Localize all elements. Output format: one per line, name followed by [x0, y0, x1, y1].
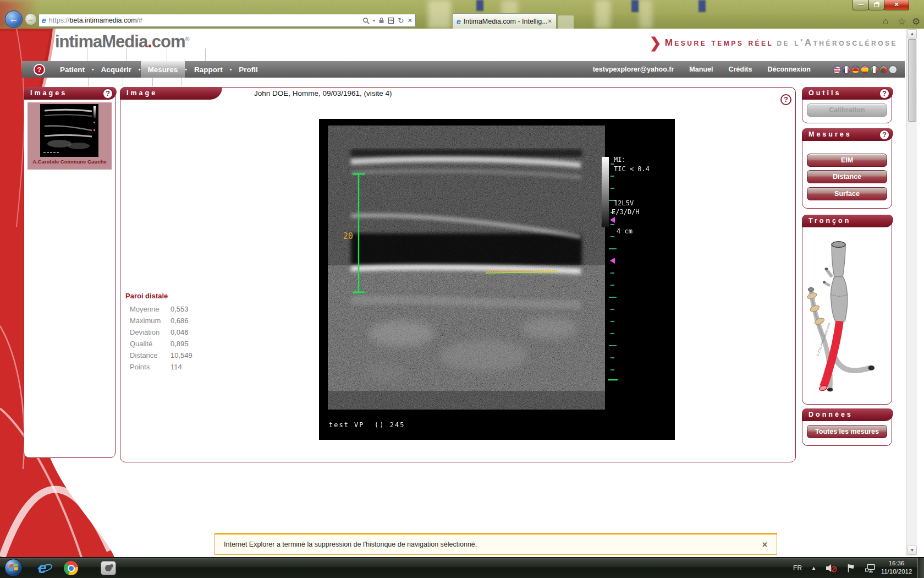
- taskbar-ie[interactable]: e: [34, 560, 51, 576]
- site-logo[interactable]: intimaMedia.com®: [55, 32, 189, 52]
- outils-help-icon[interactable]: ?: [879, 88, 890, 99]
- flag-es-icon[interactable]: [861, 66, 869, 74]
- scroll-up-button[interactable]: ▲: [908, 29, 917, 39]
- page-scrollbar[interactable]: ▲ ▼: [906, 29, 917, 556]
- artery-diagram[interactable]: © 2011 IntimaMedia.com: [805, 230, 889, 402]
- volume-muted-icon[interactable]: [826, 563, 837, 573]
- main-navbar: ? Patient • Acquérir • Mesures • Rapport…: [22, 61, 905, 78]
- nav-item-patient[interactable]: Patient: [53, 61, 92, 78]
- grayscale-bar: [602, 157, 609, 227]
- scroll-down-button[interactable]: ▼: [908, 546, 917, 555]
- toutes-les-mesures-button[interactable]: Toutes les mesures: [807, 425, 887, 438]
- taskbar-capture-app[interactable]: [100, 560, 117, 576]
- thumbnail-caption: A.Carotide Commune Gauche: [28, 159, 112, 165]
- url-text[interactable]: https://beta.intimamedia.com/#: [49, 17, 142, 24]
- account-email[interactable]: testvpexplorer@yahoo.fr: [593, 66, 674, 73]
- ruler-label: 20: [343, 231, 353, 241]
- measurement-row: Moyenne0,553: [125, 305, 193, 317]
- wallpaper-speck: [698, 0, 706, 12]
- tab-title[interactable]: IntimaMedia.com - Intellig...: [464, 18, 548, 25]
- language-flags: [833, 66, 897, 74]
- patient-info: John DOE, Homme, 09/03/1961, (visite 4): [254, 89, 392, 97]
- distance-button[interactable]: Distance: [807, 170, 887, 183]
- refresh-icon[interactable]: ↻: [398, 16, 404, 25]
- thumbnail-item[interactable]: A.Carotide Commune Gauche: [28, 102, 112, 170]
- chevron-icon: ❯: [650, 37, 662, 48]
- measurement-row: Points114: [125, 363, 193, 374]
- network-icon[interactable]: [865, 564, 877, 573]
- show-desktop-button[interactable]: [917, 558, 924, 578]
- nav-link-deconnexion[interactable]: Déconnexion: [768, 66, 811, 73]
- measurements-title: Paroi distale: [125, 292, 193, 300]
- mesures-help-icon[interactable]: ?: [879, 129, 890, 140]
- tab-favicon: e: [457, 17, 461, 26]
- page-viewport: intimaMedia.com® ❯ Mesure temps réel de …: [0, 29, 924, 557]
- new-tab-stub[interactable]: [558, 15, 574, 29]
- taskbar-clock[interactable]: 16:36 11/10/2012: [876, 559, 917, 576]
- restore-button[interactable]: [868, 0, 884, 10]
- ultrasound-image[interactable]: 20 MI: TIC < 0.4 12L5V E/3/D/H 4: [319, 119, 675, 440]
- donnees-panel-header: Données: [802, 408, 893, 421]
- probe-label: 12L5V: [614, 199, 634, 207]
- nav-item-profil[interactable]: Profil: [232, 61, 265, 78]
- restore-icon: [874, 3, 879, 7]
- wallpaper-speck: [476, 0, 483, 11]
- ultrasound-thumbnail[interactable]: [40, 104, 98, 157]
- close-button[interactable]: ✕: [884, 0, 909, 10]
- flag-de-icon[interactable]: [851, 66, 860, 74]
- nav-link-credits[interactable]: Crédits: [728, 66, 752, 73]
- tray-expand-icon[interactable]: ▲: [811, 565, 816, 571]
- mesures-panel: Mesures ? EIM Distance Surface: [802, 128, 892, 209]
- images-help-icon[interactable]: ?: [102, 88, 113, 99]
- image-help-icon[interactable]: ?: [780, 94, 791, 105]
- flag-disabled-icon: [889, 66, 897, 74]
- mode-label: E/3/D/H: [612, 208, 640, 216]
- nav-help-icon[interactable]: ?: [34, 64, 45, 75]
- troncon-panel: Tronçon: [802, 215, 892, 405]
- search-icon[interactable]: [362, 17, 370, 24]
- measurement-row: Qualité0,895: [125, 340, 193, 351]
- home-icon[interactable]: ⌂: [883, 16, 888, 27]
- forward-button[interactable]: →: [25, 13, 37, 25]
- scroll-thumb[interactable]: [908, 39, 916, 122]
- depth-label: 4 cm: [617, 227, 632, 235]
- clock-date: 11/10/2012: [876, 568, 917, 576]
- browser-tab[interactable]: e IntimaMedia.com - Intellig... ✕: [452, 13, 557, 29]
- address-bar[interactable]: e https://beta.intimamedia.com/# ▾ ↻ ✕: [38, 14, 416, 27]
- nav-item-rapport[interactable]: Rapport: [187, 61, 230, 78]
- compatibility-view-icon[interactable]: [388, 17, 394, 24]
- action-center-flag-icon[interactable]: [846, 563, 856, 573]
- surface-button[interactable]: Surface: [807, 187, 887, 200]
- stop-icon[interactable]: ✕: [408, 17, 413, 24]
- wallpaper-light-band: [428, 0, 451, 29]
- calibration-button[interactable]: Calibration: [807, 103, 887, 117]
- page-favicon: e: [42, 16, 46, 25]
- settings-gear-icon[interactable]: ⚙: [912, 16, 920, 28]
- start-button[interactable]: [4, 559, 23, 577]
- nav-link-manuel[interactable]: Manuel: [689, 66, 713, 73]
- tic-label: TIC < 0.4: [614, 165, 650, 173]
- nav-separator-tick: [127, 48, 127, 61]
- eim-button[interactable]: EIM: [807, 154, 887, 167]
- window-controls: — ✕: [853, 0, 909, 10]
- windows-taskbar: e FR ▲ 16:36 11/10/2012: [0, 557, 924, 578]
- nav-item-acquerir[interactable]: Acquérir: [94, 61, 139, 78]
- flag-us-icon[interactable]: [833, 66, 841, 74]
- notification-text: Internet Explorer a terminé la suppressi…: [224, 541, 477, 548]
- nav-separator-tick: [88, 78, 89, 86]
- back-button[interactable]: ←: [5, 10, 23, 28]
- browser-chrome: — ✕ ← → e https://beta.intimamedia.com/#…: [0, 0, 924, 29]
- flag-it-icon[interactable]: [870, 66, 878, 74]
- nav-item-mesures[interactable]: Mesures: [141, 61, 185, 78]
- wallpaper-light-band: [595, 0, 610, 29]
- taskbar-chrome[interactable]: [63, 560, 79, 576]
- search-dropdown-caret[interactable]: ▾: [373, 18, 375, 23]
- language-indicator[interactable]: FR: [793, 564, 802, 572]
- tab-close-icon[interactable]: ✕: [548, 18, 552, 24]
- flag-fr-icon[interactable]: [842, 66, 850, 74]
- site-tagline: ❯ Mesure temps réel de l'Athérosclérose: [650, 37, 898, 48]
- favorites-star-icon[interactable]: ☆: [898, 16, 906, 28]
- minimize-button[interactable]: —: [853, 0, 869, 10]
- flag-pt-icon[interactable]: [879, 66, 888, 74]
- notification-close-icon[interactable]: ✕: [762, 541, 768, 549]
